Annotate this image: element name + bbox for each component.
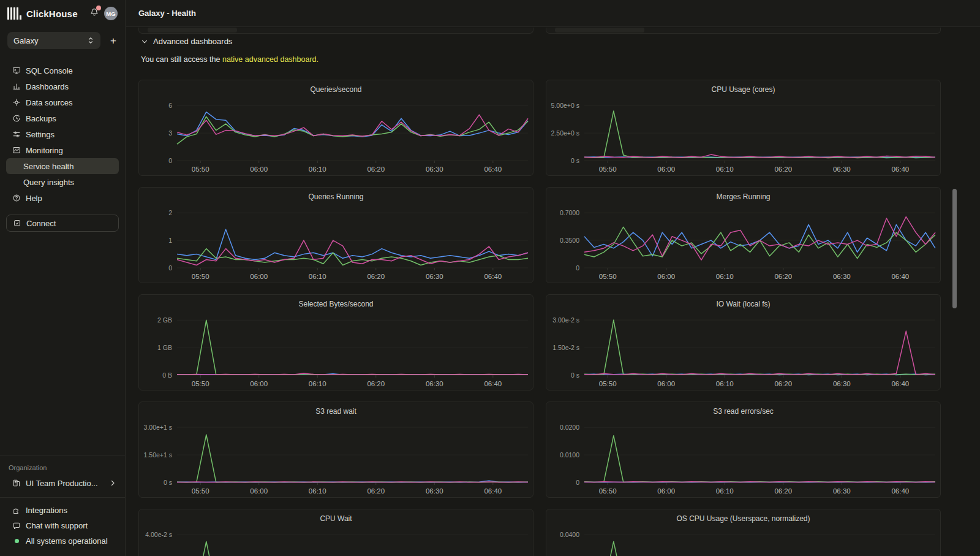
clickhouse-logo-icon: [7, 7, 21, 20]
chart-title: Queries Running: [139, 188, 533, 201]
chart-title: CPU Usage (cores): [546, 80, 940, 94]
chart-panel-8: S3 read errors/sec00.01000.020005:5006:0…: [546, 402, 941, 498]
svg-text:06:20: 06:20: [774, 487, 792, 495]
app-window: ClickHouse MG Galaxy +: [0, 0, 980, 556]
svg-text:06:10: 06:10: [716, 487, 734, 495]
sidebar-item-settings[interactable]: Settings: [6, 126, 119, 142]
chart-plot[interactable]: 03605:5006:0006:1006:2006:3006:40: [139, 94, 534, 177]
svg-text:05:50: 05:50: [599, 380, 617, 387]
native-dashboard-link[interactable]: native advanced dashboard.: [222, 55, 318, 64]
system-status[interactable]: All systems operational: [6, 533, 119, 549]
settings-icon: [12, 130, 21, 139]
monitoring-icon: [12, 146, 21, 154]
sidebar-nav: SQL Console Dashboards Data sources: [0, 55, 125, 232]
page-header: Galaxy - Health: [126, 0, 980, 27]
chart-panel-2: CPU Usage (cores)0 s2.50e+0 s5.00e+0 s05…: [546, 80, 941, 176]
svg-text:06:00: 06:00: [250, 273, 268, 280]
sidebar: ClickHouse MG Galaxy +: [0, 0, 126, 556]
svg-text:05:50: 05:50: [599, 273, 617, 280]
sidebar-item-dashboards[interactable]: Dashboards: [6, 78, 119, 94]
sidebar-item-help[interactable]: Help: [6, 190, 119, 206]
page-title: Galaxy - Health: [138, 9, 196, 18]
sidebar-item-sql-console[interactable]: SQL Console: [6, 63, 119, 78]
svg-text:0: 0: [168, 264, 172, 272]
svg-text:06:30: 06:30: [833, 166, 851, 173]
vertical-scrollbar-thumb[interactable]: [952, 189, 957, 308]
backups-icon: [12, 114, 21, 123]
sidebar-item-label: Backups: [26, 114, 56, 123]
svg-text:0: 0: [168, 157, 172, 164]
sidebar-item-data-sources[interactable]: Data sources: [6, 94, 119, 110]
add-service-button[interactable]: +: [107, 34, 120, 47]
sidebar-item-integrations[interactable]: Integrations: [6, 503, 119, 518]
notifications-button[interactable]: [89, 7, 99, 20]
advanced-dashboards-toggle[interactable]: Advanced dashboards: [141, 37, 232, 46]
svg-text:06:40: 06:40: [484, 273, 502, 280]
svg-text:05:50: 05:50: [192, 273, 209, 280]
sidebar-item-backups[interactable]: Backups: [6, 110, 119, 126]
connect-label: Connect: [26, 219, 56, 228]
svg-text:0.0200: 0.0200: [560, 424, 579, 431]
svg-text:06:10: 06:10: [309, 380, 326, 387]
svg-text:6: 6: [168, 102, 172, 109]
sidebar-item-label: Data sources: [26, 98, 73, 107]
sidebar-item-label: Help: [26, 194, 42, 203]
chart-title: CPU Wait: [139, 509, 533, 523]
chart-title: Selected Bytes/second: [139, 295, 533, 308]
organization-switcher[interactable]: UI Team Productio...: [6, 475, 119, 491]
svg-text:06:40: 06:40: [484, 166, 502, 173]
chart-plot[interactable]: 00.01000.020005:5006:0006:1006:2006:3006…: [546, 416, 941, 498]
chart-plot[interactable]: 01205:5006:0006:1006:2006:3006:40: [139, 201, 534, 284]
svg-text:0.3500: 0.3500: [560, 237, 579, 244]
svg-text:06:20: 06:20: [774, 166, 792, 173]
scrolled-control-stub: [555, 28, 644, 32]
organization-name: UI Team Productio...: [26, 479, 109, 488]
organization-icon: [12, 479, 21, 487]
svg-text:06:10: 06:10: [309, 273, 326, 280]
avatar[interactable]: MG: [104, 7, 118, 20]
chart-panel-7: S3 read wait0 s1.50e+1 s3.00e+1 s05:5006…: [138, 402, 533, 498]
chart-plot[interactable]: 0 B1 GB2 GB05:5006:0006:1006:2006:3006:4…: [139, 308, 534, 391]
chart-plot[interactable]: 0 s1.50e+1 s3.00e+1 s05:5006:0006:1006:2…: [139, 416, 534, 498]
svg-text:06:10: 06:10: [716, 273, 734, 280]
svg-text:06:20: 06:20: [367, 380, 385, 387]
data-sources-icon: [12, 98, 21, 107]
service-selector-value: Galaxy: [13, 36, 87, 45]
status-dot-icon: [15, 539, 19, 543]
chart-title: IO Wait (local fs): [546, 295, 940, 308]
chart-plot[interactable]: 00.02000.040005:5006:0006:1006:2006:3006…: [546, 523, 941, 556]
svg-text:06:20: 06:20: [367, 487, 385, 495]
sidebar-item-chat-support[interactable]: Chat with support: [6, 518, 119, 533]
svg-text:06:10: 06:10: [309, 487, 326, 495]
chart-title: Queries/second: [139, 80, 533, 94]
status-label: All systems operational: [26, 536, 108, 546]
chart-panel-1: Queries/second03605:5006:0006:1006:2006:…: [138, 80, 533, 176]
svg-text:5.00e+0 s: 5.00e+0 s: [551, 102, 579, 109]
advanced-dashboard-notice: You can still access the native advanced…: [141, 55, 318, 64]
svg-text:06:30: 06:30: [426, 380, 443, 387]
dashboards-icon: [12, 82, 21, 91]
svg-text:3.00e-2 s: 3.00e-2 s: [552, 316, 579, 324]
chart-plot[interactable]: 0 s2.00e-2 s4.00e-2 s05:5006:0006:1006:2…: [139, 523, 534, 556]
scrolled-panel-stub: [138, 28, 533, 34]
service-selector[interactable]: Galaxy: [7, 32, 100, 49]
sidebar-item-label: Dashboards: [26, 82, 69, 91]
scrolled-panel-stub: [546, 28, 941, 34]
sidebar-item-label: Integrations: [26, 506, 67, 515]
chart-panel-6: IO Wait (local fs)0 s1.50e-2 s3.00e-2 s0…: [546, 294, 941, 390]
chart-plot[interactable]: 00.35000.700005:5006:0006:1006:2006:3006…: [546, 201, 941, 284]
svg-text:1 GB: 1 GB: [157, 344, 172, 351]
service-selector-row: Galaxy +: [0, 27, 125, 55]
sidebar-item-service-health[interactable]: Service health: [6, 158, 119, 174]
sidebar-item-label: Chat with support: [26, 521, 88, 530]
integrations-icon: [12, 506, 21, 515]
svg-text:06:20: 06:20: [774, 380, 792, 387]
svg-text:06:20: 06:20: [774, 273, 792, 280]
chart-plot[interactable]: 0 s1.50e-2 s3.00e-2 s05:5006:0006:1006:2…: [546, 308, 941, 391]
chart-plot[interactable]: 0 s2.50e+0 s5.00e+0 s05:5006:0006:1006:2…: [546, 94, 941, 177]
svg-text:0 B: 0 B: [162, 371, 172, 379]
sidebar-item-monitoring[interactable]: Monitoring: [6, 142, 119, 158]
connect-button[interactable]: Connect: [6, 215, 119, 232]
svg-text:05:50: 05:50: [599, 487, 617, 495]
sidebar-item-query-insights[interactable]: Query insights: [6, 174, 119, 190]
